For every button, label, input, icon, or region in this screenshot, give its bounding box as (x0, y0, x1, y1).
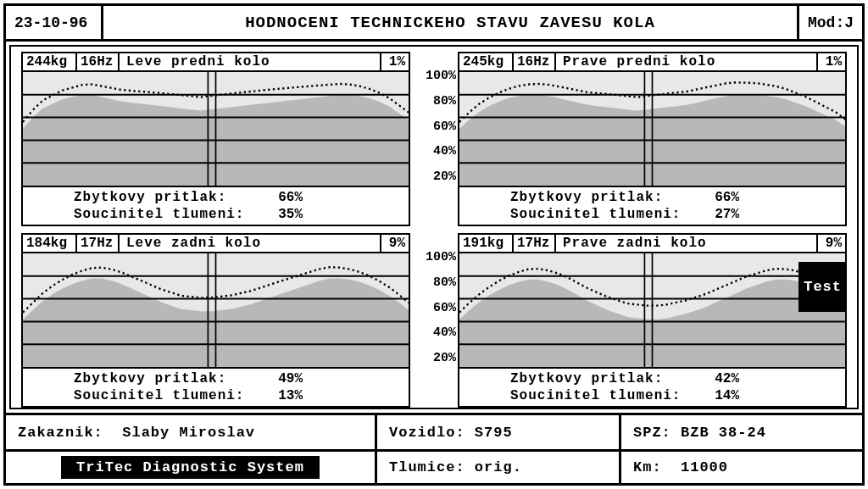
damping-value: 35% (260, 206, 303, 223)
y-axis-labels: 100% 80% 60% 40% 20% (410, 52, 458, 226)
y-axis-labels: 100% 80% 60% 40% 20% (410, 233, 458, 408)
damping-value: 14% (697, 387, 739, 404)
y-tick: 40% (433, 325, 456, 340)
customer-field: Zakaznik: Slaby Miroslav (6, 415, 377, 449)
wheel-name: Leve predni kolo (118, 52, 380, 72)
chart-plot (459, 72, 845, 186)
percent-value: 9% (380, 233, 410, 253)
residual-label: Zbytkovy pritlak: (510, 189, 697, 206)
customer-label: Zakaznik: (18, 425, 103, 441)
info-row: Zakaznik: Slaby Miroslav Vozidlo: S795 S… (6, 415, 862, 449)
chart-header: 184kg 17Hz Leve zadni kolo 9% (21, 233, 410, 253)
residual-value: 66% (260, 189, 303, 206)
plate-label: SPZ: (633, 425, 671, 441)
chart-footer: Zbytkovy pritlak:42% Soucinitel tlumeni:… (458, 369, 847, 408)
damping-label: Soucinitel tlumeni: (74, 206, 260, 223)
residual-label: Zbytkovy pritlak: (510, 370, 697, 387)
y-tick: 100% (426, 69, 456, 83)
brand-field: TriTec Diagnostic System (6, 452, 377, 483)
weight-value: 184kg (21, 233, 75, 253)
chart-body (21, 72, 410, 187)
residual-label: Zbytkovy pritlak: (74, 189, 260, 206)
weight-value: 244kg (21, 52, 75, 72)
customer-value: Slaby Miroslav (122, 425, 255, 441)
percent-value: 9% (816, 233, 847, 253)
chart-rear-right: 191kg 17Hz Prave zadni kolo 9% Test Zbyt… (458, 233, 847, 408)
vehicle-value: S795 (475, 425, 513, 441)
wheel-name: Prave predni kolo (554, 52, 816, 72)
damping-label: Soucinitel tlumeni: (74, 387, 260, 404)
frequency-value: 16Hz (512, 52, 554, 72)
app-window: 23-10-96 HODNOCENI TECHNICKEHO STAVU ZAV… (3, 3, 865, 486)
frequency-value: 17Hz (512, 233, 554, 253)
dampers-field: Tlumice: orig. (377, 452, 621, 483)
page-title: HODNOCENI TECHNICKEHO STAVU ZAVESU KOLA (103, 6, 797, 39)
frequency-value: 16Hz (75, 52, 118, 72)
damping-label: Soucinitel tlumeni: (510, 206, 697, 223)
y-tick: 20% (433, 351, 456, 365)
date-field: 23-10-96 (6, 6, 103, 39)
y-tick: 40% (433, 144, 456, 158)
residual-value: 42% (697, 370, 739, 387)
chart-plot (459, 253, 845, 367)
test-button[interactable]: Test (798, 262, 847, 312)
chart-rear-left: 184kg 17Hz Leve zadni kolo 9% Zbytkovy p… (21, 233, 410, 408)
residual-value: 49% (260, 370, 303, 387)
damping-label: Soucinitel tlumeni: (510, 387, 697, 404)
chart-plot (23, 253, 409, 367)
chart-footer: Zbytkovy pritlak:66% Soucinitel tlumeni:… (21, 187, 410, 226)
chart-header: 191kg 17Hz Prave zadni kolo 9% (458, 233, 847, 253)
dampers-label: Tlumice: (389, 459, 465, 475)
percent-value: 1% (380, 52, 410, 72)
vehicle-label: Vozidlo: (389, 425, 465, 441)
chart-body (458, 72, 847, 187)
info-area: Zakaznik: Slaby Miroslav Vozidlo: S795 S… (6, 413, 862, 483)
y-tick: 100% (426, 250, 456, 264)
chart-plot (23, 72, 409, 186)
y-tick: 60% (433, 301, 456, 315)
chart-front-left: 244kg 16Hz Leve predni kolo 1% Zbytkovy … (21, 52, 410, 226)
chart-body: Test (458, 253, 847, 369)
residual-label: Zbytkovy pritlak: (74, 370, 260, 387)
chart-header: 244kg 16Hz Leve predni kolo 1% (21, 52, 410, 72)
charts-area: 244kg 16Hz Leve predni kolo 1% Zbytkovy … (6, 42, 862, 413)
y-tick: 60% (433, 119, 456, 134)
frequency-value: 17Hz (75, 233, 118, 253)
plate-field: SPZ: BZB 38-24 (621, 415, 862, 449)
km-value: 11000 (681, 459, 728, 475)
y-tick: 80% (433, 94, 456, 108)
km-field: Km: 11000 (621, 452, 862, 483)
km-label: Km: (633, 459, 662, 475)
wheel-name: Leve zadni kolo (118, 233, 380, 253)
weight-value: 245kg (458, 52, 512, 72)
wheel-name: Prave zadni kolo (554, 233, 816, 253)
chart-body (21, 253, 410, 369)
brand-label: TriTec Diagnostic System (61, 456, 320, 479)
weight-value: 191kg (458, 233, 512, 253)
info-row: TriTec Diagnostic System Tlumice: orig. … (6, 449, 862, 483)
damping-value: 13% (260, 387, 303, 404)
residual-value: 66% (697, 189, 739, 206)
title-bar: 23-10-96 HODNOCENI TECHNICKEHO STAVU ZAV… (6, 6, 862, 42)
percent-value: 1% (816, 52, 847, 72)
chart-footer: Zbytkovy pritlak:49% Soucinitel tlumeni:… (21, 369, 410, 408)
mode-field: Mod:J (797, 6, 862, 39)
damping-value: 27% (697, 206, 739, 223)
chart-footer: Zbytkovy pritlak:66% Soucinitel tlumeni:… (458, 187, 847, 226)
y-tick: 20% (433, 169, 456, 184)
vehicle-field: Vozidlo: S795 (377, 415, 621, 449)
chart-header: 245kg 16Hz Prave predni kolo 1% (458, 52, 847, 72)
plate-value: BZB 38-24 (681, 425, 766, 441)
chart-front-right: 245kg 16Hz Prave predni kolo 1% Zbytkovy… (458, 52, 847, 226)
y-tick: 80% (433, 275, 456, 290)
dampers-value: orig. (475, 459, 522, 475)
